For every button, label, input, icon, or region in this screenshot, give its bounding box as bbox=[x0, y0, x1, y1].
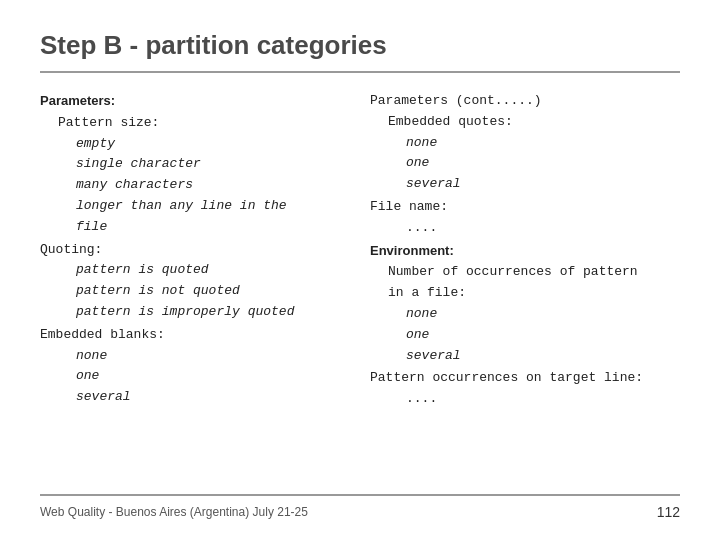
file-item: file bbox=[40, 217, 350, 238]
parameters-label: Parameters: bbox=[40, 91, 350, 113]
several2-item: several bbox=[370, 174, 680, 195]
content-area: Parameters: Pattern size: empty single c… bbox=[40, 91, 680, 486]
pattern-improperly-quoted-item: pattern is improperly quoted bbox=[40, 302, 350, 323]
many-characters-item: many characters bbox=[40, 175, 350, 196]
several3-item: several bbox=[370, 346, 680, 367]
environment-label: Environment: bbox=[370, 241, 680, 263]
file-name-label: File name: bbox=[370, 197, 680, 218]
none2-item: none bbox=[370, 133, 680, 154]
slide: Step B - partition categories Parameters… bbox=[0, 0, 720, 540]
dots1-item: .... bbox=[370, 218, 680, 239]
none3-item: none bbox=[370, 304, 680, 325]
parameters-cont-label: Parameters (cont.....) bbox=[370, 91, 680, 112]
left-column: Parameters: Pattern size: empty single c… bbox=[40, 91, 350, 486]
footer-left-text: Web Quality - Buenos Aires (Argentina) J… bbox=[40, 505, 308, 519]
embedded-blanks-label: Embedded blanks: bbox=[40, 325, 350, 346]
footer: Web Quality - Buenos Aires (Argentina) J… bbox=[40, 494, 680, 520]
number-of-label: Number of occurrences of pattern bbox=[370, 262, 680, 283]
longer-than-item: longer than any line in the bbox=[40, 196, 350, 217]
one3-item: one bbox=[370, 325, 680, 346]
empty-item: empty bbox=[40, 134, 350, 155]
none1-item: none bbox=[40, 346, 350, 367]
dots2-item: .... bbox=[370, 389, 680, 410]
in-a-file-label: in a file: bbox=[370, 283, 680, 304]
pattern-size-label: Pattern size: bbox=[40, 113, 350, 134]
pattern-quoted-item: pattern is quoted bbox=[40, 260, 350, 281]
footer-page-number: 112 bbox=[657, 504, 680, 520]
right-column: Parameters (cont.....) Embedded quotes: … bbox=[370, 91, 680, 486]
slide-title: Step B - partition categories bbox=[40, 30, 680, 61]
pattern-occurrences-label: Pattern occurrences on target line: bbox=[370, 368, 680, 389]
several1-item: several bbox=[40, 387, 350, 408]
embedded-quotes-label: Embedded quotes: bbox=[370, 112, 680, 133]
single-character-item: single character bbox=[40, 154, 350, 175]
top-divider bbox=[40, 71, 680, 73]
quoting-label: Quoting: bbox=[40, 240, 350, 261]
one1-item: one bbox=[40, 366, 350, 387]
one2-item: one bbox=[370, 153, 680, 174]
pattern-not-quoted-item: pattern is not quoted bbox=[40, 281, 350, 302]
